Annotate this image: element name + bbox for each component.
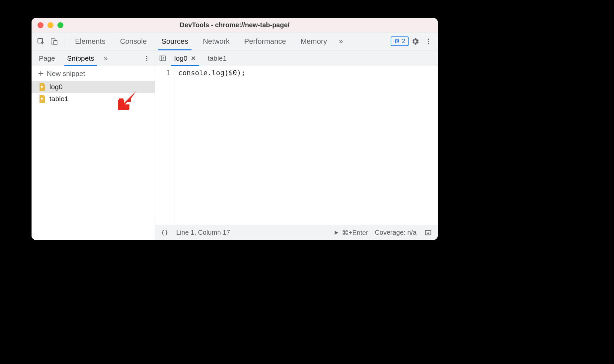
snippet-name: log0 <box>49 83 63 91</box>
line-gutter: 1 <box>155 66 175 225</box>
titlebar: DevTools - chrome://new-tab-page/ <box>32 18 438 32</box>
toolbar-divider <box>64 37 64 46</box>
messages-count: 2 <box>402 38 405 45</box>
chat-icon <box>394 38 400 44</box>
minimize-window-button[interactable] <box>47 22 53 28</box>
show-navigator-icon[interactable] <box>157 52 168 65</box>
plus-icon <box>38 70 44 77</box>
svg-point-5 <box>428 38 429 40</box>
status-bar: Line 1, Column 17 ⌘+Enter Coverage: n/a <box>155 225 438 240</box>
code-line: console.log($0); <box>178 69 245 77</box>
main-tab-network[interactable]: Network <box>195 32 237 50</box>
svg-rect-3 <box>396 40 398 41</box>
snippet-file-icon <box>39 83 45 91</box>
navigator-tabs: PageSnippets » <box>32 50 155 66</box>
file-tab-label: log0 <box>174 54 188 62</box>
code-content: console.log($0); <box>175 66 249 225</box>
run-snippet-button[interactable]: ⌘+Enter <box>333 229 368 237</box>
snippet-list: log0table1 <box>32 81 155 240</box>
snippet-item[interactable]: table1 <box>32 93 155 105</box>
main-tab-sources[interactable]: Sources <box>154 32 195 50</box>
new-snippet-button[interactable]: New snippet <box>32 66 155 81</box>
svg-point-9 <box>146 58 147 59</box>
panel-body: PageSnippets » New snippet log0table1 <box>32 50 438 240</box>
navigator-sidebar: PageSnippets » New snippet log0table1 <box>32 50 155 240</box>
file-tab-label: table1 <box>208 54 227 62</box>
svg-rect-4 <box>396 41 397 42</box>
snippet-item[interactable]: log0 <box>32 81 155 93</box>
svg-point-6 <box>428 40 429 42</box>
navigator-kebab-icon[interactable] <box>140 52 153 65</box>
navigator-tab-page[interactable]: Page <box>33 50 61 66</box>
show-drawer-icon[interactable] <box>423 226 433 239</box>
tabs-overflow-button[interactable]: » <box>334 35 347 48</box>
svg-marker-18 <box>427 232 429 234</box>
devtools-window: DevTools - chrome://new-tab-page/ Elemen… <box>32 18 438 240</box>
inspect-element-icon[interactable] <box>34 35 47 48</box>
file-tab[interactable]: log0✕ <box>168 50 202 66</box>
code-editor[interactable]: 1 console.log($0); <box>155 66 438 225</box>
play-icon <box>333 230 339 236</box>
snippet-file-icon <box>39 95 45 103</box>
window-title: DevTools - chrome://new-tab-page/ <box>32 21 438 29</box>
svg-point-7 <box>428 43 429 44</box>
close-window-button[interactable] <box>38 22 43 28</box>
messages-chip[interactable]: 2 <box>391 36 409 46</box>
svg-point-8 <box>146 56 147 57</box>
navigator-tab-snippets[interactable]: Snippets <box>61 50 100 66</box>
main-tab-memory[interactable]: Memory <box>293 32 334 50</box>
new-snippet-label: New snippet <box>47 70 85 78</box>
cursor-position: Line 1, Column 17 <box>176 229 230 236</box>
kebab-menu-icon[interactable] <box>422 35 435 48</box>
snippet-name: table1 <box>49 95 68 103</box>
main-tab-performance[interactable]: Performance <box>237 32 293 50</box>
line-number: 1 <box>155 69 171 77</box>
pretty-print-icon[interactable] <box>160 226 170 239</box>
file-tab[interactable]: table1 <box>202 50 233 66</box>
settings-icon[interactable] <box>409 35 422 48</box>
main-tab-elements[interactable]: Elements <box>68 32 113 50</box>
navigator-overflow-button[interactable]: » <box>100 52 112 65</box>
file-tabs: log0✕table1 <box>155 50 438 66</box>
svg-rect-2 <box>54 40 57 45</box>
zoom-window-button[interactable] <box>57 22 63 28</box>
run-shortcut-hint: ⌘+Enter <box>342 229 368 237</box>
window-controls <box>38 22 63 28</box>
editor-pane: log0✕table1 1 console.log($0); Line 1, C… <box>155 50 438 240</box>
coverage-status: Coverage: n/a <box>375 229 417 236</box>
main-tab-console[interactable]: Console <box>113 32 154 50</box>
svg-point-10 <box>146 60 147 61</box>
close-tab-icon[interactable]: ✕ <box>191 55 196 62</box>
device-toolbar-icon[interactable] <box>47 35 61 48</box>
main-toolbar: ElementsConsoleSourcesNetworkPerformance… <box>32 32 438 50</box>
